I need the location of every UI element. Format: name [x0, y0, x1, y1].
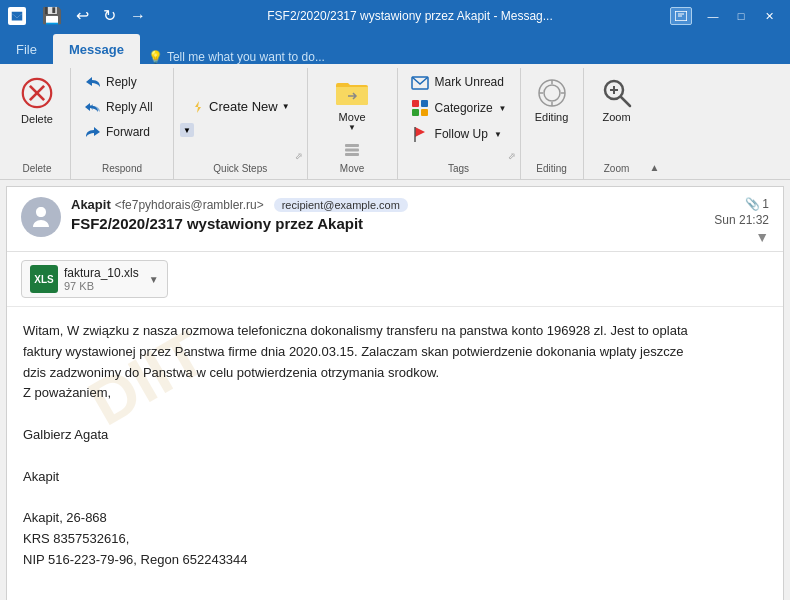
- ribbon-group-editing: Editing Editing: [521, 68, 584, 179]
- quick-access-toolbar: 💾 ↩ ↻ →: [38, 6, 150, 26]
- categories-icon: [411, 99, 429, 117]
- zoom-label: Zoom: [602, 111, 630, 123]
- flag-icon: [411, 125, 429, 143]
- reply-button[interactable]: Reply: [77, 70, 167, 94]
- categorize-button[interactable]: Categorize ▼: [404, 96, 514, 120]
- delete-label: Delete: [21, 113, 53, 125]
- svg-line-25: [621, 97, 630, 106]
- svg-rect-8: [345, 144, 359, 147]
- tab-message[interactable]: Message: [53, 34, 140, 64]
- sender-avatar: [21, 197, 61, 237]
- envelope-icon: [411, 73, 429, 91]
- tab-bar: File Message 💡 Tell me what you want to …: [0, 32, 790, 64]
- svg-point-19: [544, 85, 560, 101]
- message-subject: FSF2/2020/2317 wystawiony przez Akapit: [71, 215, 704, 232]
- chevron-up-icon: ▲: [650, 162, 660, 173]
- delete-button[interactable]: Delete: [10, 70, 64, 130]
- save-button[interactable]: 💾: [38, 6, 66, 26]
- maximize-button[interactable]: □: [728, 5, 754, 27]
- tags-dialog-launcher[interactable]: ⬀: [508, 151, 516, 161]
- attachment-file-icon: XLS: [30, 265, 58, 293]
- ribbon-collapse-button[interactable]: ▲: [650, 68, 660, 179]
- move-dropdown-icon: ▼: [348, 123, 356, 132]
- respond-buttons: Reply Reply All: [77, 70, 167, 144]
- ribbon-group-move: Move ▼ Move: [308, 68, 398, 179]
- attachment-size: 97 KB: [64, 280, 139, 292]
- svg-rect-14: [412, 109, 419, 116]
- editing-button[interactable]: Editing: [527, 70, 577, 128]
- mark-unread-button[interactable]: Mark Unread: [404, 70, 514, 94]
- dropdown-arrow-icon: ▼: [282, 102, 290, 111]
- sender-email: <fe7pyhdorais@rambler.ru>: [115, 198, 264, 212]
- delete-group-label: Delete: [10, 163, 64, 177]
- quick-steps-dialog-launcher[interactable]: ⬀: [295, 151, 303, 161]
- attachment-dropdown-icon[interactable]: ▼: [149, 274, 159, 285]
- svg-marker-16: [415, 127, 425, 137]
- nav-forward-button[interactable]: →: [126, 6, 150, 26]
- window-title: FSF2/2020/2317 wystawiony przez Akapit -…: [158, 9, 662, 23]
- respond-group-label: Respond: [77, 163, 167, 177]
- create-new-button[interactable]: Create New ▼: [180, 94, 301, 119]
- editing-icon: [534, 75, 570, 111]
- recipient-address: recipient@example.com: [274, 198, 408, 212]
- undo-button[interactable]: ↩: [72, 6, 93, 26]
- window-icon-btn[interactable]: [670, 7, 692, 25]
- app-icon: [8, 7, 26, 25]
- redo-button[interactable]: ↻: [99, 6, 120, 26]
- ribbon-search-bar[interactable]: 💡 Tell me what you want to do...: [148, 50, 325, 64]
- zoom-group-label: Zoom: [590, 163, 644, 177]
- zoom-button[interactable]: Zoom: [590, 70, 644, 128]
- svg-rect-13: [421, 100, 428, 107]
- window-controls: — □ ✕: [700, 5, 782, 27]
- ribbon-group-delete: Delete Delete: [4, 68, 71, 179]
- ribbon-group-quick-steps: Create New ▼ ▼ Quick Steps ⬀: [174, 68, 308, 179]
- tags-group-label: Tags: [404, 163, 514, 177]
- svg-rect-12: [412, 100, 419, 107]
- reply-all-button[interactable]: Reply All: [77, 95, 167, 119]
- ribbon-group-tags: Mark Unread Categorize ▼: [398, 68, 521, 179]
- editing-group-label: Editing: [527, 163, 577, 177]
- reply-icon: [84, 73, 102, 91]
- close-button[interactable]: ✕: [756, 5, 782, 27]
- tags-buttons: Mark Unread Categorize ▼: [404, 70, 514, 146]
- attachment-count: 📎 1: [745, 197, 769, 211]
- svg-marker-7: [195, 101, 201, 113]
- forward-button[interactable]: Forward: [77, 120, 167, 144]
- quick-steps-expand[interactable]: ▼: [180, 123, 198, 137]
- attachment-item[interactable]: XLS faktura_10.xls 97 KB ▼: [21, 260, 168, 298]
- message-header: Akapit <fe7pyhdorais@rambler.ru> recipie…: [7, 187, 783, 252]
- ribbon-group-respond: Reply Reply All: [71, 68, 174, 179]
- more-icon: [344, 142, 360, 158]
- minimize-button[interactable]: —: [700, 5, 726, 27]
- delete-icon: [19, 75, 55, 111]
- expand-arrow-icon[interactable]: ▼: [180, 123, 194, 137]
- message-body: DIIT Witam, W związku z nasza rozmowa te…: [7, 307, 783, 585]
- more-move-button[interactable]: [339, 139, 365, 161]
- forward-icon: [84, 123, 102, 141]
- attachment-name: faktura_10.xls: [64, 266, 139, 280]
- paperclip-icon: 📎: [745, 197, 760, 211]
- lightning-icon: [191, 100, 205, 114]
- sender-line: Akapit <fe7pyhdorais@rambler.ru> recipie…: [71, 197, 704, 212]
- tab-file[interactable]: File: [0, 34, 53, 64]
- message-container: Akapit <fe7pyhdorais@rambler.ru> recipie…: [6, 186, 784, 600]
- expand-message-button[interactable]: ▼: [755, 229, 769, 245]
- reply-all-icon: [84, 98, 102, 116]
- quick-steps-group-label: Quick Steps: [180, 163, 301, 177]
- title-bar: 💾 ↩ ↻ → FSF2/2020/2317 wystawiony przez …: [0, 0, 790, 32]
- ribbon-group-zoom: Zoom Zoom: [584, 68, 650, 179]
- move-label: Move: [339, 111, 366, 123]
- attachment-details: faktura_10.xls 97 KB: [64, 266, 139, 292]
- main-area: Akapit <fe7pyhdorais@rambler.ru> recipie…: [0, 180, 790, 600]
- svg-rect-15: [421, 109, 428, 116]
- follow-up-button[interactable]: Follow Up ▼: [404, 122, 514, 146]
- editing-label: Editing: [535, 111, 569, 123]
- svg-rect-10: [345, 153, 359, 156]
- sender-name: Akapit: [71, 197, 111, 212]
- ribbon: Delete Delete Reply: [0, 64, 790, 180]
- move-icon: [334, 75, 370, 111]
- move-button[interactable]: Move ▼: [327, 70, 377, 137]
- zoom-icon: [599, 75, 635, 111]
- message-header-right: 📎 1 Sun 21:32 ▼: [714, 197, 769, 245]
- message-date: Sun 21:32: [714, 213, 769, 227]
